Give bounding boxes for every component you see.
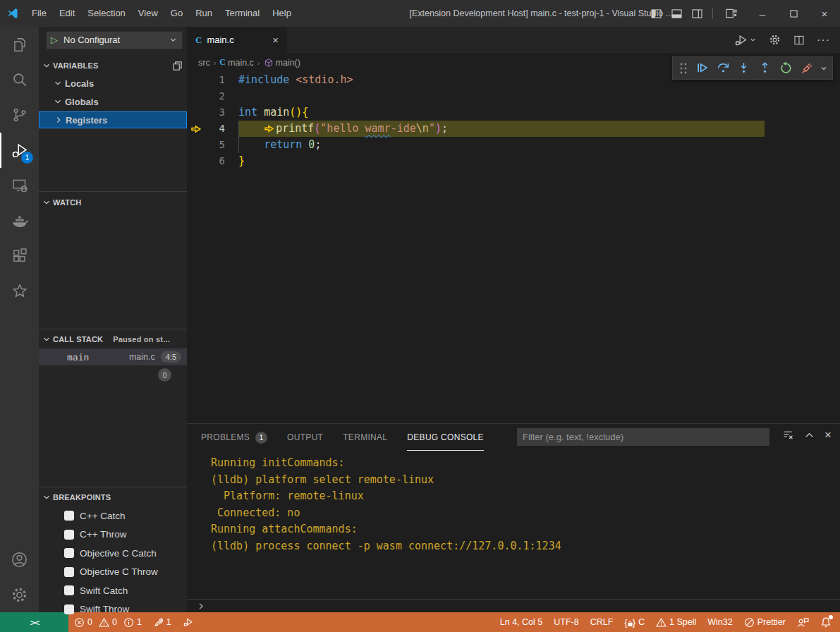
panel-tab-terminal[interactable]: TERMINAL — [343, 424, 387, 451]
disconnect-button[interactable] — [798, 58, 817, 78]
encoding-indicator[interactable]: UTF-8 — [548, 612, 584, 632]
split-editor-icon[interactable] — [793, 34, 805, 47]
debug-console-output[interactable]: Running initCommands:(lldb) platform sel… — [187, 451, 840, 554]
activity-docker[interactable] — [0, 203, 39, 238]
code-line-6[interactable]: 6} — [187, 153, 840, 169]
activity-run-and-debug[interactable]: 1 — [0, 133, 39, 168]
breakpoint-swift-catch[interactable]: Swift Catch — [39, 581, 187, 600]
checkbox-unchecked[interactable] — [64, 530, 74, 540]
debug-console-input[interactable] — [187, 599, 840, 613]
variables-item-locals[interactable]: Locals — [39, 75, 187, 92]
stack-frame-row[interactable]: main main.c 4:5 — [39, 348, 187, 365]
activity-extensions[interactable] — [0, 238, 39, 274]
chevron-down-icon — [53, 78, 63, 88]
minimize-button[interactable]: – — [747, 0, 778, 27]
checkbox-unchecked[interactable] — [64, 548, 74, 558]
indent-guide — [238, 137, 239, 153]
step-over-button[interactable] — [713, 58, 733, 78]
drag-grip-icon[interactable] — [676, 58, 690, 78]
indent-guide — [238, 121, 239, 137]
notifications-bell[interactable] — [815, 612, 840, 632]
chevron-right-icon: › — [214, 59, 217, 67]
settings-gear-icon[interactable] — [768, 33, 781, 47]
gear-icon — [10, 585, 29, 604]
activity-star[interactable] — [0, 274, 39, 309]
code-lines: 1#include <stdio.h>23int main(){4 printf… — [187, 72, 840, 169]
breakpoints-section-header[interactable]: BREAKPOINTS — [39, 490, 187, 505]
checkbox-unchecked[interactable] — [64, 511, 74, 521]
toggle-secondary-sidebar-icon[interactable] — [692, 9, 702, 18]
spell-checker-status[interactable]: 1 Spell — [650, 612, 702, 632]
watch-section-header[interactable]: WATCH — [39, 195, 187, 210]
menu-edit[interactable]: Edit — [53, 0, 81, 27]
debug-toolbar-dropdown-icon[interactable] — [819, 58, 829, 78]
menu-help[interactable]: Help — [266, 0, 298, 27]
activity-search[interactable] — [0, 62, 39, 97]
restart-button[interactable] — [777, 58, 796, 78]
code-line-3[interactable]: 3int main(){ — [187, 104, 840, 121]
activity-accounts[interactable] — [0, 542, 39, 577]
formatter-status[interactable]: Prettier — [738, 612, 791, 632]
step-into-button[interactable] — [734, 58, 754, 78]
step-out-button[interactable] — [755, 58, 775, 78]
platform-indicator[interactable]: Win32 — [702, 612, 738, 632]
clear-console-icon[interactable] — [782, 429, 794, 441]
toggle-panel-icon[interactable] — [671, 9, 682, 18]
breakpoint-swift-throw[interactable]: Swift Throw — [39, 600, 187, 619]
menu-terminal[interactable]: Terminal — [219, 0, 266, 27]
cursor-position[interactable]: Ln 4, Col 5 — [494, 612, 548, 632]
activity-source-control[interactable] — [0, 97, 39, 133]
console-filter-input[interactable] — [517, 428, 769, 446]
panel-tab-problems[interactable]: PROBLEMS1 — [201, 424, 267, 451]
inline-breakpoint-arrow-icon[interactable] — [264, 123, 274, 134]
breakpoint-objective-c-throw[interactable]: Objective C Throw — [39, 563, 187, 581]
code-line-5[interactable]: 5 return 0; — [187, 137, 840, 153]
continue-button[interactable] — [692, 58, 712, 78]
maximize-panel-icon[interactable] — [804, 430, 815, 440]
checkbox-unchecked[interactable] — [64, 585, 74, 595]
current-frame-arrow-icon[interactable] — [187, 121, 205, 137]
language-mode[interactable]: {} C — [619, 612, 650, 632]
close-panel-icon[interactable]: × — [824, 430, 832, 440]
breakpoint-c-throw[interactable]: C++ Throw — [39, 525, 187, 544]
panel-tab-output[interactable]: OUTPUT — [287, 424, 323, 451]
code-line-2[interactable]: 2 — [187, 88, 840, 104]
tab-main-c[interactable]: C main.c × — [187, 27, 287, 53]
collapse-all-icon[interactable] — [172, 61, 183, 71]
git-branch-icon — [11, 106, 29, 124]
activity-remote-explorer[interactable] — [0, 168, 39, 203]
menu-selection[interactable]: Selection — [81, 0, 131, 27]
code-editor[interactable]: src › C main.c › main() 1#include <stdio… — [187, 53, 840, 423]
variables-item-globals[interactable]: Globals — [39, 93, 187, 110]
variables-item-registers[interactable]: Registers — [39, 111, 187, 128]
menu-run[interactable]: Run — [189, 0, 219, 27]
menu-file[interactable]: File — [25, 0, 53, 27]
start-debug-icon[interactable]: ▷ — [51, 35, 58, 45]
more-actions-icon[interactable]: ··· — [817, 34, 830, 47]
activity-explorer[interactable] — [0, 27, 39, 62]
debug-session-badge: 1 — [21, 152, 33, 164]
console-line: Platform: remote-linux — [211, 488, 840, 505]
feedback-button[interactable] — [791, 612, 815, 632]
run-or-debug-button[interactable] — [734, 32, 757, 48]
checkbox-unchecked[interactable] — [64, 604, 74, 614]
close-tab-icon[interactable]: × — [272, 34, 279, 46]
checkbox-unchecked[interactable] — [64, 567, 74, 577]
breakpoint-c-catch[interactable]: C++ Catch — [39, 506, 187, 525]
customize-layout-icon[interactable] — [726, 8, 737, 18]
close-button[interactable]: × — [809, 0, 840, 27]
warning-icon — [99, 617, 109, 628]
c-file-icon: C — [195, 35, 202, 46]
activity-settings[interactable] — [0, 577, 39, 612]
breakpoint-objective-c-catch[interactable]: Objective C Catch — [39, 544, 187, 562]
menu-view[interactable]: View — [132, 0, 164, 27]
code-line-4[interactable]: 4 printf("hello wamr-ide\n"); — [187, 121, 840, 137]
maximize-button[interactable] — [778, 0, 809, 27]
docker-icon — [10, 212, 29, 231]
variables-section-header[interactable]: VARIABLES — [39, 58, 183, 73]
menu-go[interactable]: Go — [164, 0, 189, 27]
panel-tab-debug-console[interactable]: DEBUG CONSOLE — [407, 424, 484, 451]
eol-indicator[interactable]: CRLF — [585, 612, 619, 632]
callstack-section-header[interactable]: CALL STACK Paused on st... — [39, 332, 187, 347]
debug-config-dropdown[interactable]: ▷ No Configurat — [46, 31, 183, 49]
